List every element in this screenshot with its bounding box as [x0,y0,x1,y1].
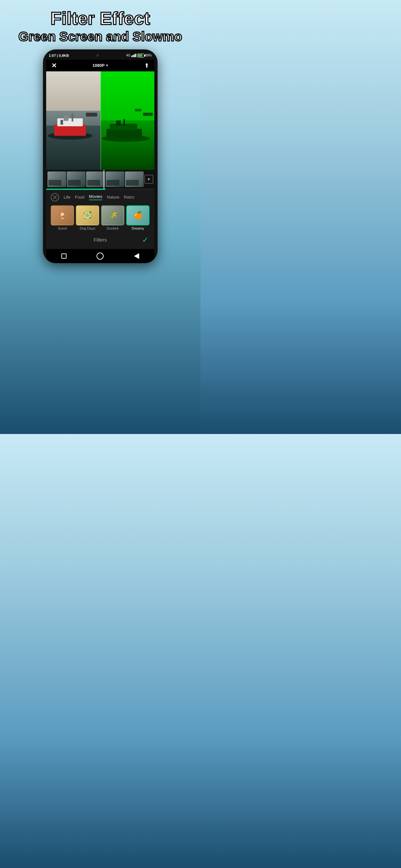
filter-thumb-dogdays[interactable]: 🌿 Dog Days [76,206,99,230]
resolution-arrow-icon: ▼ [105,64,109,67]
app-container: Filter Effect Green Screen and Slowmo 1:… [0,0,201,434]
title-line1: Filter Effect [6,9,194,28]
filter-thumb-scent[interactable]: 🍹 Scent [51,206,74,230]
status-time: 1:07 | 0,9KB [49,54,69,58]
filter-no-filter[interactable] [51,193,59,202]
filter-cat-life[interactable]: Life [64,195,70,199]
filter-adjust-dot [85,213,90,218]
svg-rect-5 [60,120,63,125]
filter-thumb-dreamy[interactable]: 🍊 Dreamy [126,206,150,230]
filter-label-dreamy: Dreamy [126,226,150,230]
timeline-thumb-1 [48,172,66,187]
add-clip-button[interactable]: + [144,175,153,184]
filter-thumbnails: 🍹 Scent 🌿 Dog Days [46,204,154,234]
svg-rect-4 [72,113,73,121]
battery-icon [137,54,144,58]
filter-cat-nature[interactable]: Nature [107,195,120,199]
camera-notch [85,53,111,58]
filters-label: Filters [84,237,117,243]
signal-bars [131,54,136,57]
export-icon[interactable]: ⬆ [144,62,149,69]
close-icon[interactable]: ✕ [51,62,57,69]
split-divider [100,71,101,170]
filter-label-scent: Scent [51,226,74,230]
battery-pct: 89% [145,54,152,57]
timeline-thumb-4 [105,172,124,187]
status-bar: 1:07 | 0,9KB 4G 89% [46,53,154,60]
filter-cat-movies[interactable]: Movies [89,194,102,200]
resolution-selector[interactable]: 1080P ▼ [92,63,109,68]
filter-label-dunkirk: Dunkirk [101,226,124,230]
android-nav-bar [46,249,154,263]
svg-rect-9 [116,120,120,126]
timeline-thumb-2 [67,172,86,187]
video-left-panel [46,71,100,170]
check-button[interactable]: ✓ [142,236,149,244]
iphone-frame: 1:07 | 0,9KB 4G 89% ✕ [43,50,158,263]
title-section: Filter Effect Green Screen and Slowmo [0,0,201,47]
nav-home-icon[interactable] [96,252,104,259]
svg-rect-1 [54,125,86,135]
svg-rect-8 [110,124,137,130]
video-right-panel [100,71,155,170]
nav-back-icon[interactable] [134,253,139,259]
filter-thumb-dunkirk[interactable]: 🌾 Dunkirk [101,206,124,230]
filter-label-dogdays: Dog Days [76,226,99,230]
filter-cat-retro[interactable]: Retro [124,195,134,199]
svg-rect-7 [106,129,142,138]
video-preview [46,71,154,170]
timeline-thumb-5 [125,172,144,187]
timeline-thumb-3 [86,172,105,187]
filter-footer: Filters ✓ [46,234,154,249]
signal-label: 4G [126,54,130,57]
video-toolbar: ✕ 1080P ▼ ⬆ [46,60,154,71]
resolution-label: 1080P [92,63,104,68]
filter-categories: Life Food Movies Nature Retro [46,190,154,204]
nav-square-icon[interactable] [61,253,66,259]
status-right: 4G 89% [126,54,152,58]
svg-rect-10 [123,119,125,126]
svg-rect-3 [64,115,68,121]
filter-cat-food[interactable]: Food [75,195,85,199]
timeline-strip[interactable]: + [46,170,154,189]
title-line2: Green Screen and Slowmo [6,29,194,44]
timeline-playhead [104,170,104,189]
